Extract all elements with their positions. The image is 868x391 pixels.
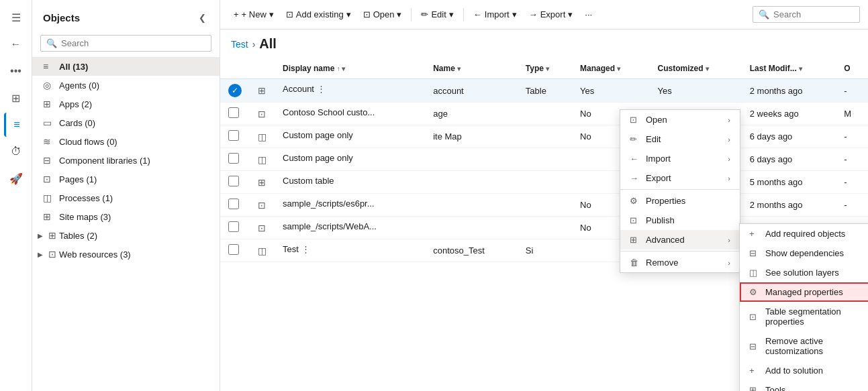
sidebar-item-label: Processes (1) (59, 193, 211, 203)
new-label: + New (242, 9, 267, 19)
row-other: - (836, 125, 868, 148)
row-checkbox[interactable] (228, 244, 239, 255)
managed-header[interactable]: Managed ▾ (572, 58, 649, 79)
add-existing-button[interactable]: ⊡ Add existing ▾ (281, 7, 356, 22)
sub-ctx-add-required[interactable]: + Add required objects (740, 224, 868, 243)
back-icon[interactable]: ← (4, 32, 28, 56)
ctx-import-label: Import (646, 154, 671, 164)
row-checkbox[interactable] (228, 153, 239, 164)
import-dropdown-icon: ▾ (512, 9, 517, 19)
sidebar-item-apps[interactable]: ⊞ Apps (2) (32, 95, 220, 113)
edit-dropdown-icon: ▾ (449, 9, 454, 19)
row-other: - (836, 79, 868, 103)
remove-active-icon: ⊟ (749, 341, 760, 351)
complibs-icon: ⊟ (43, 155, 54, 166)
breadcrumb-parent[interactable]: Test (231, 39, 248, 50)
sidebar-item-processes[interactable]: ◫ Processes (1) (32, 188, 220, 207)
sidebar-item-tables[interactable]: ▶ ⊞ Tables (2) (32, 226, 220, 245)
table-row[interactable]: ◫Custom page onlyYes6 days ago- (220, 148, 868, 171)
type-header[interactable]: Type ▾ (518, 58, 572, 79)
ctx-remove-label: Remove (646, 258, 678, 268)
toolbar-search-box[interactable]: 🔍 (753, 6, 860, 23)
history-icon[interactable]: ⏱ (4, 139, 28, 164)
list-icon[interactable]: ≡ (4, 113, 28, 137)
name-header[interactable]: Name ▾ (425, 58, 518, 79)
search-input[interactable] (61, 38, 205, 48)
publish-icon: ⊡ (630, 215, 640, 225)
open-button[interactable]: ⊡ Open ▾ (358, 7, 407, 22)
more-dots-icon[interactable]: ••• (4, 59, 28, 83)
table-row[interactable]: ⊞Custom tableYes5 months ago- (220, 171, 868, 194)
export-icon: → (529, 9, 538, 19)
sidebar-item-cards[interactable]: ▭ Cards (0) (32, 113, 220, 132)
toolbar-search-input[interactable] (773, 9, 854, 19)
sub-ctx-show-deps[interactable]: ⊟ Show dependencies (740, 243, 868, 263)
ctx-import[interactable]: ← Import › (620, 149, 740, 168)
table-row[interactable]: ⊡Contoso School custo...ageNoYes2 weeks … (220, 103, 868, 125)
table-row[interactable]: ✓⊞Account ⋮accountTableYesYes2 months ag… (220, 79, 868, 103)
ctx-export[interactable]: → Export › (620, 168, 740, 188)
import-button[interactable]: ← Import ▾ (468, 7, 522, 22)
breadcrumb-separator: › (252, 39, 256, 50)
sidebar-close-button[interactable]: ❮ (193, 8, 211, 27)
ctx-advanced[interactable]: ⊞ Advanced › (620, 230, 740, 249)
sidebar-item-all[interactable]: ≡ All (13) (32, 57, 220, 76)
select-all-header[interactable] (220, 58, 250, 79)
sidebar-item-cloudflows[interactable]: ≋ Cloud flows (0) (32, 132, 220, 151)
sidebar-item-sitemaps[interactable]: ⊞ Site maps (3) (32, 207, 220, 226)
table-row[interactable]: ◫Custom page onlyite MapNoYes6 days ago- (220, 125, 868, 148)
row-type (518, 194, 572, 217)
row-checkbox[interactable] (228, 199, 239, 209)
webresources-icon: ⊡ (48, 249, 56, 260)
last-modified-header[interactable]: Last Modif... ▾ (742, 58, 836, 79)
rocket-icon[interactable]: 🚀 (4, 166, 28, 190)
sidebar-item-label: Agents (0) (59, 80, 211, 91)
row-managed: Yes (572, 79, 649, 103)
row-more-button[interactable]: ⋮ (301, 244, 310, 254)
display-name-header[interactable]: Display name ↑ ▾ (275, 58, 425, 79)
customized-header[interactable]: Customized ▾ (649, 58, 741, 79)
sidebar-item-pages[interactable]: ⊡ Pages (1) (32, 170, 220, 188)
row-checkbox[interactable] (228, 107, 239, 118)
row-more-button[interactable]: ⋮ (317, 84, 326, 94)
sidebar-item-webresources[interactable]: ▶ ⊡ Web resources (3) (32, 245, 220, 264)
new-button[interactable]: + + New ▾ (228, 7, 279, 22)
sidebar-nav: ≡ All (13) ◎ Agents (0) ⊞ Apps (2) ▭ Car… (32, 57, 220, 391)
sub-ctx-label: Table segmentation properties (765, 306, 868, 327)
export-button[interactable]: → Export ▾ (524, 7, 579, 22)
sub-ctx-managed-props[interactable]: ⚙ Managed properties (740, 282, 868, 302)
sidebar-item-complibs[interactable]: ⊟ Component libraries (1) (32, 151, 220, 170)
agents-icon: ◎ (43, 80, 54, 91)
sidebar-item-label: Cards (0) (59, 118, 211, 128)
ctx-publish[interactable]: ⊡ Publish (620, 211, 740, 230)
sub-context-menu: + Add required objects ⊟ Show dependenci… (739, 223, 868, 391)
more-button[interactable]: ··· (579, 7, 597, 22)
hamburger-icon[interactable]: ☰ (4, 5, 28, 30)
sub-ctx-remove-active[interactable]: ⊟ Remove active customizations (740, 331, 868, 361)
left-nav: ☰ ← ••• ⊞ ≡ ⏱ 🚀 (0, 0, 32, 391)
row-display-name: sample_/scripts/WebA... (275, 217, 425, 236)
sort-icon: ▾ (546, 65, 549, 72)
sub-ctx-tools[interactable]: ⊞ Tools › (740, 380, 868, 391)
sub-ctx-solution-layers[interactable]: ◫ See solution layers (740, 263, 868, 282)
row-checkbox[interactable] (228, 176, 239, 186)
table-row[interactable]: ⊡sample_/scripts/es6pr...No2 months ago- (220, 194, 868, 217)
sub-ctx-table-seg[interactable]: ⊡ Table segmentation properties (740, 302, 868, 331)
ctx-properties[interactable]: ⚙ Properties (620, 191, 740, 211)
ctx-open[interactable]: ⊡ Open › (620, 110, 740, 129)
edit-icon: ✏ (630, 134, 640, 144)
main-content: + + New ▾ ⊡ Add existing ▾ ⊡ Open ▾ ✏ Ed… (220, 0, 868, 391)
sidebar-search-box[interactable]: 🔍 (40, 35, 211, 52)
ctx-remove[interactable]: 🗑 Remove › (620, 253, 740, 272)
open-icon: ⊡ (363, 9, 371, 19)
components-icon[interactable]: ⊞ (4, 86, 28, 110)
ctx-edit[interactable]: ✏ Edit › (620, 129, 740, 149)
pages-icon: ⊡ (43, 174, 54, 184)
row-checkbox[interactable] (228, 130, 239, 141)
row-checkbox[interactable] (228, 221, 239, 232)
edit-button[interactable]: ✏ Edit ▾ (416, 7, 459, 22)
sidebar-item-agents[interactable]: ◎ Agents (0) (32, 76, 220, 95)
row-display-name: Custom page only (275, 148, 425, 168)
sub-ctx-add-solution[interactable]: + Add to solution (740, 361, 868, 380)
sub-ctx-label: Show dependencies (765, 248, 844, 258)
